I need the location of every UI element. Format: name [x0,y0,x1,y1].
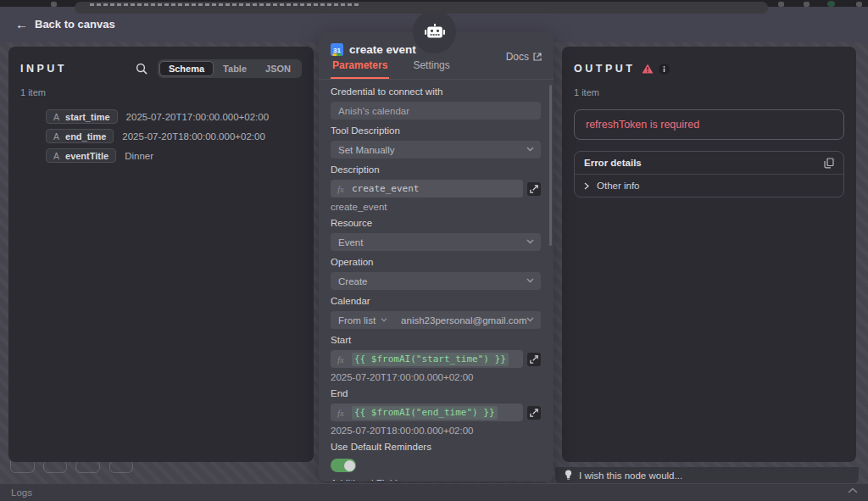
n8n-node-detail-view: ← Back to canvas INPUT Schema Table JSON… [0,0,868,501]
tab-settings[interactable]: Settings [411,59,451,79]
tool-description-select[interactable]: Set Manually [331,141,541,159]
logs-bar[interactable]: Logs [0,483,868,501]
schema-field-value: Dinner [125,151,153,161]
schema-field-pill[interactable]: A start_time [46,109,118,124]
back-to-canvas-button[interactable]: ← Back to canvas [15,18,115,31]
output-items-count: 1 item [574,87,844,97]
calendar-resource-locator[interactable]: From list anish23personal@gmail.com [331,311,541,329]
external-link-icon [533,53,542,61]
tool-description-field-group: Tool Description Set Manually [331,126,541,159]
browser-profile-avatar[interactable] [827,1,835,7]
chevron-down-icon [381,318,387,322]
browser-menu-icon[interactable] [856,2,862,7]
fx-icon: fx [337,354,344,365]
canvas-control-button[interactable] [43,460,67,473]
calendar-value: anish23personal@gmail.com [401,315,526,326]
copy-icon[interactable] [824,158,834,169]
browser-bar [0,0,868,7]
expand-expression-icon[interactable] [527,353,541,366]
parameters-form: Credential to connect with Anish's calen… [319,80,554,481]
chevron-up-icon[interactable] [848,487,858,493]
error-details-title: Error details [584,158,824,168]
schema-field-pill[interactable]: A eventTitle [46,148,116,163]
info-icon[interactable] [659,64,670,75]
schema-row: A end_time 2025-07-20T18:00:00.000+02:00 [46,129,302,143]
ai-tool-node-badge [413,10,456,53]
schema-field-pill[interactable]: A end_time [46,129,114,143]
start-expression-input[interactable]: fx {{ $fromAI("start_time") }} [331,350,523,368]
svg-text:31: 31 [333,46,341,53]
tab-schema[interactable]: Schema [159,61,214,76]
schema-field-value: 2025-07-20T18:00:00.000+02:00 [122,131,265,142]
url-text-clipped [90,3,361,6]
expand-expression-icon[interactable] [527,406,541,420]
schema-row: A eventTitle Dinner [46,148,302,163]
expand-expression-icon[interactable] [527,182,541,196]
additional-fields-group: Additional Fields [331,479,541,481]
browser-bookmark-icon[interactable] [778,2,784,7]
node-title[interactable]: create event [349,43,416,56]
browser-url-bar[interactable] [75,2,768,14]
calendar-mode-select[interactable]: From list [338,315,387,326]
input-panel-title: INPUT [20,63,67,75]
resource-select[interactable]: Event [331,233,541,251]
fx-icon: fx [337,408,344,418]
expression-result: create_event [331,202,541,212]
error-message-box: refreshToken is required [574,109,844,140]
canvas-control-button[interactable] [75,460,100,473]
other-info-toggle[interactable]: Other info [575,175,843,197]
toggle-knob [344,460,355,471]
end-field-group: End fx {{ $fromAI("end_time") }} 2025-07… [331,389,541,436]
search-icon[interactable] [134,61,149,76]
fx-icon: fx [337,184,344,194]
tab-parameters[interactable]: Parameters [331,59,389,79]
operation-field-group: Operation Create [331,258,541,290]
chevron-down-icon [526,239,534,244]
docs-link[interactable]: Docs [506,51,542,63]
end-expression-input[interactable]: fx {{ $fromAI("end_time") }} [331,404,523,421]
robot-icon [425,24,445,40]
lightbulb-icon [565,470,572,481]
type-string-icon: A [53,112,59,122]
type-string-icon: A [53,131,59,142]
use-default-reminders-toggle[interactable] [331,459,356,472]
output-panel: OUTPUT 1 item refreshToken is required [562,47,856,462]
credential-field-group: Credential to connect with Anish's calen… [331,87,541,120]
expression-result: 2025-07-20T17:00:00.000+02:00 [331,372,541,382]
calendar-field-group: Calendar From list anish23personal@gmail… [331,297,541,329]
input-panel: INPUT Schema Table JSON 1 item A start_t… [8,47,314,462]
chevron-down-icon [526,317,534,322]
browser-share-icon[interactable] [804,2,810,7]
warning-icon [642,64,654,74]
error-message: refreshToken is required [586,119,699,131]
use-default-reminders-group: Use Default Reminders [331,443,541,472]
error-details-box: Error details Other info [574,151,844,198]
input-items-count: 1 item [20,87,302,97]
canvas-control-button[interactable] [109,460,133,473]
expression-result: 2025-07-20T18:00:00.000+02:00 [331,426,541,436]
start-field-group: Start fx {{ $fromAI("start_time") }} 202… [331,336,541,382]
output-panel-title: OUTPUT [574,63,635,75]
node-feedback-bar[interactable]: I wish this node would... [555,467,859,483]
back-label: Back to canvas [35,18,115,31]
back-arrow-icon: ← [15,19,28,30]
schema-row: A start_time 2025-07-20T17:00:00.000+02:… [46,109,302,124]
tab-json[interactable]: JSON [256,61,300,76]
operation-select[interactable]: Create [331,272,541,290]
input-view-tabs: Schema Table JSON [158,59,302,78]
tab-table[interactable]: Table [214,61,256,76]
browser-extension-icon[interactable] [51,2,57,7]
description-expression-input[interactable]: fx create_event [331,180,523,198]
modal-scrollbar[interactable] [549,85,552,246]
node-settings-modal: 31 create event Parameters Settings Docs… [319,32,554,482]
schema-field-value: 2025-07-20T17:00:00.000+02:00 [126,112,270,122]
credential-select[interactable]: Anish's calendar [331,102,541,120]
resource-field-group: Resource Event [331,219,541,251]
description-field-group: Description fx create_event create_event [331,165,541,212]
chevron-down-icon [526,278,534,283]
chevron-down-icon [526,147,534,152]
google-calendar-icon: 31 [331,43,343,56]
type-string-icon: A [53,151,59,161]
chevron-right-icon [584,182,589,190]
